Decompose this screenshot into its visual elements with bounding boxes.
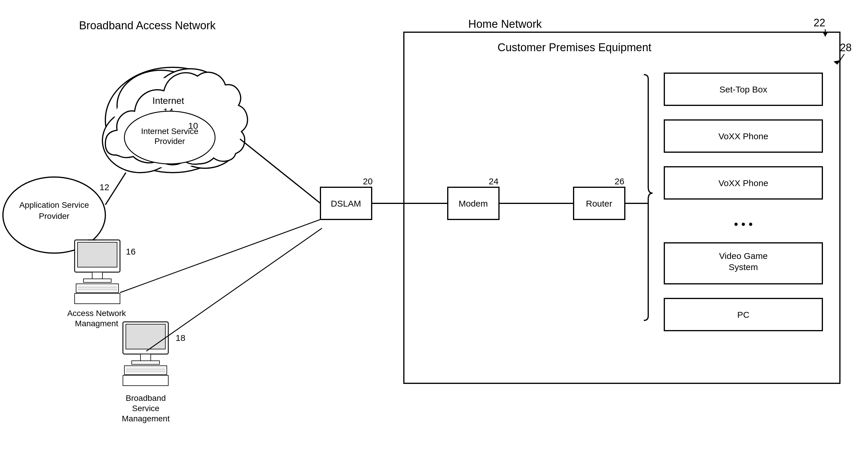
svg-rect-24 [126,324,165,349]
cpe-id: 28 [840,41,851,54]
bsm-id: 18 [176,333,185,343]
svg-rect-28 [126,367,165,373]
svg-rect-19 [78,285,117,291]
asp-text-line1: Application Service [19,200,89,209]
svg-rect-26 [132,361,159,364]
router-text: Router [586,199,612,208]
video-game-text-line2: System [729,262,758,272]
bsm-computer [123,322,168,386]
set-top-box-text: Set-Top Box [719,85,767,94]
internet-text: Internet [152,95,184,106]
svg-rect-22 [74,293,120,304]
isp-text-line1: Internet Service [141,127,198,136]
cpe-label: Customer Premises Equipment [497,41,651,54]
asp-id: 12 [99,182,109,192]
asp-text-line2: Provider [39,212,69,221]
pc-text: PC [737,310,749,320]
modem-text: Modem [459,199,488,208]
isp-text-line2: Provider [155,137,185,146]
access-mgmt-computer [74,240,120,304]
ellipsis-dots: • • • [734,218,753,231]
access-mgmt-text-line2: Managment [75,319,118,328]
dslam-id: 20 [363,176,373,186]
svg-rect-15 [78,242,117,267]
home-network-id: 22 [813,17,825,29]
svg-rect-31 [123,376,168,386]
voxx-phone1-text: VoXX Phone [718,131,768,141]
bsm-text-line2: Service [132,404,159,413]
svg-rect-17 [84,279,111,282]
broadband-access-network-label: Broadband Access Network [79,19,216,32]
bsm-text-line1: Broadband [126,394,166,402]
access-mgmt-id: 16 [126,247,135,256]
svg-rect-16 [92,272,102,280]
bsm-text-line3: Management [122,414,170,423]
svg-rect-25 [141,354,151,361]
router-id: 26 [615,176,624,186]
access-mgmt-text-line1: Access Network [67,309,126,318]
video-game-text-line1: Video Game [719,251,768,261]
home-network-label: Home Network [468,18,542,30]
modem-id: 24 [489,176,498,186]
voxx-phone2-text: VoXX Phone [718,178,768,188]
dslam-text: DSLAM [331,199,361,208]
